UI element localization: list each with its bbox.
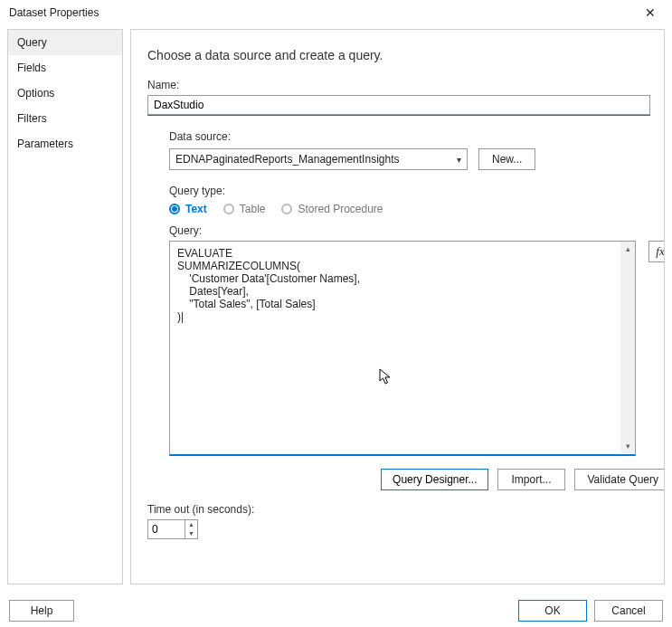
vertical-scrollbar[interactable]: ▴ ▾: [620, 242, 635, 453]
validate-query-button[interactable]: Validate Query: [574, 469, 666, 490]
sidebar-item-filters[interactable]: Filters: [8, 106, 122, 131]
data-source-select[interactable]: EDNAPaginatedReports_ManagementInsights …: [169, 148, 468, 170]
close-icon[interactable]: ✕: [636, 0, 665, 25]
expression-builder-button[interactable]: fx: [648, 241, 665, 262]
help-button[interactable]: Help: [9, 600, 74, 622]
main-panel: Choose a data source and create a query.…: [130, 29, 665, 584]
sidebar-item-fields[interactable]: Fields: [8, 55, 122, 81]
radio-label: Table: [240, 203, 266, 215]
chevron-down-icon: ▾: [457, 155, 461, 165]
timeout-input[interactable]: [148, 520, 185, 538]
ok-button[interactable]: OK: [518, 600, 587, 622]
sidebar-item-parameters[interactable]: Parameters: [8, 131, 122, 157]
data-source-label: Data source:: [169, 130, 648, 143]
query-type-storedproc-radio[interactable]: Stored Procedure: [281, 203, 383, 215]
query-type-radio-group: Text Table Stored Procedure: [169, 203, 648, 215]
window-title: Dataset Properties: [9, 6, 99, 19]
query-designer-button[interactable]: Query Designer...: [381, 469, 488, 490]
query-type-label: Query type:: [169, 185, 648, 197]
timeout-down-icon[interactable]: ▼: [185, 529, 197, 538]
query-textarea[interactable]: EVALUATE SUMMARIZECOLUMNS( 'Customer Dat…: [169, 241, 636, 456]
import-button[interactable]: Import...: [497, 469, 564, 490]
query-label: Query:: [169, 224, 648, 237]
name-input[interactable]: [147, 95, 650, 115]
sidebar-item-query[interactable]: Query: [8, 30, 122, 55]
cancel-button[interactable]: Cancel: [594, 600, 663, 622]
scroll-up-icon[interactable]: ▴: [620, 242, 635, 256]
radio-icon: [281, 204, 292, 214]
sidebar-item-options[interactable]: Options: [8, 81, 122, 106]
radio-label: Text: [185, 203, 207, 215]
name-label: Name:: [147, 79, 648, 91]
query-type-table-radio[interactable]: Table: [223, 203, 266, 215]
dialog-footer: Help OK Cancel: [0, 594, 672, 627]
timeout-up-icon[interactable]: ▲: [185, 520, 197, 529]
radio-icon: [223, 204, 234, 214]
title-bar: Dataset Properties ✕: [0, 0, 672, 25]
query-type-text-radio[interactable]: Text: [169, 203, 207, 215]
radio-label: Stored Procedure: [298, 203, 383, 215]
sidebar: Query Fields Options Filters Parameters: [7, 29, 123, 584]
panel-heading: Choose a data source and create a query.: [147, 48, 648, 62]
scroll-down-icon[interactable]: ▾: [620, 439, 635, 453]
content-area: Query Fields Options Filters Parameters …: [0, 25, 672, 592]
new-data-source-button[interactable]: New...: [478, 148, 535, 170]
radio-icon: [169, 204, 180, 214]
timeout-spinner[interactable]: ▲ ▼: [147, 519, 198, 539]
timeout-label: Time out (in seconds):: [147, 503, 648, 516]
data-source-selected-text: EDNAPaginatedReports_ManagementInsights: [175, 153, 399, 166]
